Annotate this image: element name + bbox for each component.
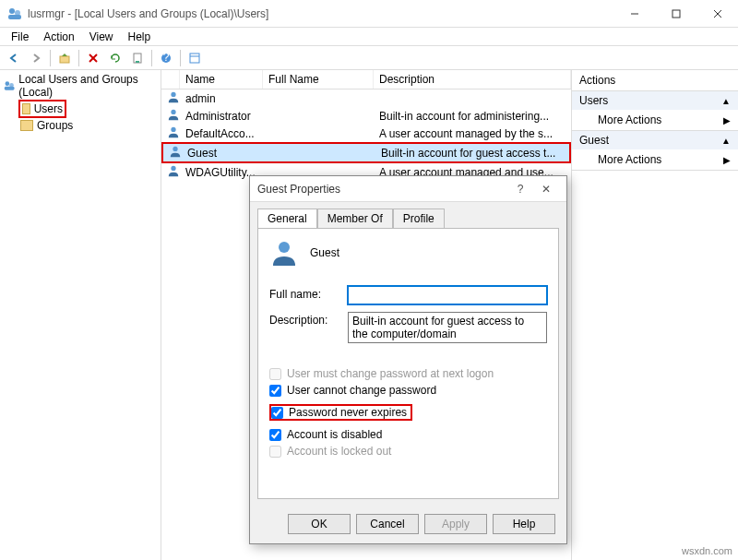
checkbox[interactable] xyxy=(269,429,281,441)
column-fullname[interactable]: Full Name xyxy=(263,70,374,89)
column-name[interactable]: Name xyxy=(180,70,263,89)
cell-fullname xyxy=(263,172,374,173)
actions-item[interactable]: More Actions▶ xyxy=(572,149,738,170)
list-row[interactable]: admin xyxy=(161,89,571,107)
tree-item-users[interactable]: Users xyxy=(18,100,66,118)
menu-action[interactable]: Action xyxy=(36,29,81,45)
dialog-titlebar: Guest Properties ? ✕ xyxy=(250,176,566,202)
checkbox-row: Account is locked out xyxy=(269,445,547,458)
cell-description: Built-in account for guest access t... xyxy=(375,146,569,161)
user-icon xyxy=(167,125,180,138)
app-icon xyxy=(7,6,22,21)
checkbox-row[interactable]: User cannot change password xyxy=(269,384,547,397)
maximize-button[interactable] xyxy=(655,0,696,28)
checkbox[interactable] xyxy=(269,385,281,397)
collapse-icon: ▲ xyxy=(721,136,731,146)
tree-pane[interactable]: Local Users and Groups (Local) Users Gro… xyxy=(0,70,161,560)
actions-item[interactable]: More Actions▶ xyxy=(572,110,738,130)
checkbox[interactable] xyxy=(271,407,283,419)
list-row[interactable]: AdministratorBuilt-in account for admini… xyxy=(161,107,571,125)
collapse-icon: ▲ xyxy=(721,96,731,106)
user-icon xyxy=(169,145,182,158)
tab-profile[interactable]: Profile xyxy=(393,209,445,228)
chevron-right-icon: ▶ xyxy=(723,155,731,165)
export-button[interactable] xyxy=(127,48,148,68)
cell-name: DefaultAcco... xyxy=(180,126,263,141)
toolbar-separator xyxy=(180,50,181,66)
titlebar: lusrmgr - [Local Users and Groups (Local… xyxy=(0,0,738,28)
cell-name: admin xyxy=(180,91,263,106)
svg-point-23 xyxy=(279,242,290,253)
checkbox-label: User must change password at next logon xyxy=(287,367,494,380)
tree-item-groups[interactable]: Groups xyxy=(18,118,159,133)
cell-description: Built-in account for administering... xyxy=(374,109,571,124)
cell-description xyxy=(374,98,571,100)
tab-general[interactable]: General xyxy=(257,209,317,228)
toolbar-separator xyxy=(50,50,51,66)
tree-root-label: Local Users and Groups (Local) xyxy=(18,73,157,99)
cell-fullname xyxy=(263,115,374,117)
svg-point-15 xyxy=(6,81,10,86)
menu-view[interactable]: View xyxy=(82,29,121,45)
dialog-button-row: OK Cancel Apply Help xyxy=(250,506,566,543)
fullname-input[interactable] xyxy=(348,286,547,304)
actions-group-header[interactable]: Guest▲ xyxy=(572,131,738,149)
description-label: Description: xyxy=(269,312,348,327)
svg-rect-17 xyxy=(5,87,15,90)
window-title-text: lusrmgr - [Local Users and Groups (Local… xyxy=(28,7,613,20)
back-button[interactable] xyxy=(4,48,24,68)
toolbar-separator xyxy=(151,50,152,66)
actions-pane-header: Actions xyxy=(572,70,738,91)
checkbox-label: User cannot change password xyxy=(287,384,436,397)
dialog-help-button[interactable]: ? xyxy=(507,183,533,196)
help-button[interactable]: Help xyxy=(493,514,555,534)
list-header: Name Full Name Description xyxy=(161,70,571,89)
dialog-close-button[interactable]: ✕ xyxy=(533,183,559,196)
checkbox-row: User must change password at next logon xyxy=(269,367,547,380)
cell-description: A user account managed by the s... xyxy=(374,126,571,141)
fullname-label: Full name: xyxy=(269,286,348,301)
cancel-button[interactable]: Cancel xyxy=(356,514,419,534)
dialog-tabs: General Member Of Profile xyxy=(257,209,559,228)
svg-point-20 xyxy=(171,127,175,132)
watermark: wsxdn.com xyxy=(682,545,732,556)
refresh-button[interactable] xyxy=(105,48,125,68)
checkbox-row[interactable]: Account is disabled xyxy=(269,428,547,441)
apply-button[interactable]: Apply xyxy=(424,514,487,534)
svg-rect-4 xyxy=(673,10,680,18)
cell-name: Administrator xyxy=(180,109,263,124)
list-row[interactable]: GuestBuilt-in account for guest access t… xyxy=(161,142,571,163)
cell-name: Guest xyxy=(182,146,265,161)
column-description[interactable]: Description xyxy=(374,70,571,89)
checkbox-row[interactable]: Password never expires xyxy=(269,404,412,421)
svg-point-21 xyxy=(173,147,177,151)
folder-icon xyxy=(20,120,33,131)
svg-point-0 xyxy=(9,8,15,14)
forward-button[interactable] xyxy=(26,48,46,68)
actions-group: Guest▲More Actions▶ xyxy=(572,131,738,171)
view-button[interactable] xyxy=(184,48,205,68)
actions-group-header[interactable]: Users▲ xyxy=(572,91,738,110)
svg-text:?: ? xyxy=(163,52,170,64)
properties-dialog: Guest Properties ? ✕ General Member Of P… xyxy=(249,175,567,544)
menu-file[interactable]: File xyxy=(4,29,36,45)
checkbox-label: Account is locked out xyxy=(287,445,391,458)
delete-button[interactable] xyxy=(83,48,103,68)
menu-help[interactable]: Help xyxy=(121,29,159,45)
help-button[interactable]: ? xyxy=(156,48,176,68)
description-input[interactable]: Built-in account for guest access to the… xyxy=(348,312,547,343)
up-button[interactable] xyxy=(54,48,75,68)
cell-fullname xyxy=(263,133,374,135)
list-row[interactable]: DefaultAcco...A user account managed by … xyxy=(161,125,571,142)
checkbox xyxy=(269,446,281,458)
close-button[interactable] xyxy=(696,0,738,28)
checkbox xyxy=(269,368,281,380)
cell-fullname xyxy=(263,98,374,100)
column-icon[interactable] xyxy=(161,70,180,89)
minimize-button[interactable] xyxy=(613,0,655,28)
ok-button[interactable]: OK xyxy=(288,514,351,534)
dialog-title-text: Guest Properties xyxy=(257,183,507,196)
tab-member-of[interactable]: Member Of xyxy=(317,209,393,228)
checkbox-label: Account is disabled xyxy=(287,428,382,441)
tree-root[interactable]: Local Users and Groups (Local) xyxy=(2,72,159,100)
